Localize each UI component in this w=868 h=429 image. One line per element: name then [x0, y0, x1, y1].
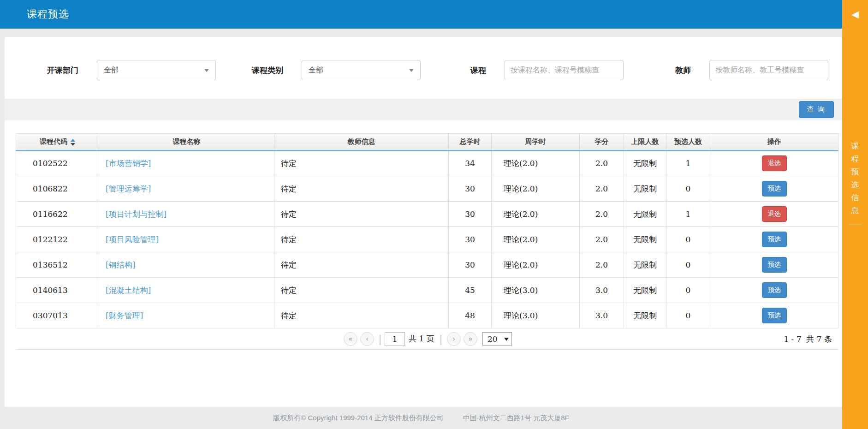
cell-preselected: 0 [666, 227, 710, 252]
column-credits: 学分 [580, 134, 624, 151]
table-header-row: 课程代码 课程名称 教师信息 总学时 周学时 学分 上限人数 预选人数 操作 [16, 134, 838, 151]
course-name-link[interactable]: [项目计划与控制] [106, 209, 166, 219]
cell-preselected: 1 [666, 202, 710, 227]
preselect-button[interactable]: 预选 [762, 257, 787, 273]
withdraw-button[interactable]: 退选 [762, 206, 787, 222]
chevron-down-icon [204, 69, 209, 72]
teacher-search-input[interactable] [709, 60, 828, 80]
pagination-separator: | [440, 333, 442, 346]
cell-total-hours: 45 [449, 278, 492, 303]
prev-page-button[interactable]: ‹ [360, 332, 374, 346]
sort-icon[interactable] [71, 139, 75, 146]
cell-action: 退选 [710, 202, 838, 227]
course-name-link[interactable]: [市场营销学] [106, 159, 151, 168]
cell-limit: 无限制 [624, 227, 666, 252]
cell-total-hours: 30 [449, 227, 492, 252]
category-label: 课程类别 [252, 65, 283, 76]
pagination-separator: | [379, 333, 381, 346]
cell-credits: 2.0 [580, 227, 624, 252]
preselect-button[interactable]: 预选 [762, 282, 787, 298]
cell-credits: 3.0 [580, 278, 624, 303]
cell-preselected: 1 [666, 151, 710, 176]
category-select[interactable]: 全部 [302, 60, 421, 80]
filter-row: 开课部门 全部 课程类别 全部 课程 教师 [5, 37, 842, 80]
page-number-input[interactable] [385, 332, 405, 346]
cell-action: 退选 [710, 151, 838, 176]
column-limit: 上限人数 [624, 134, 666, 151]
cell-course-code: 0136512 [16, 252, 99, 278]
query-button[interactable]: 查 询 [799, 101, 834, 118]
cell-limit: 无限制 [624, 303, 666, 328]
preselect-button[interactable]: 预选 [762, 308, 787, 323]
course-name-link[interactable]: [钢结构] [106, 260, 135, 269]
cell-teacher-info: 待定 [274, 202, 449, 227]
first-page-button[interactable]: « [344, 332, 357, 346]
cell-preselected: 0 [666, 252, 710, 278]
course-label: 课程 [470, 65, 486, 76]
cell-action: 预选 [710, 278, 838, 303]
page-size-value: 20 [488, 334, 498, 344]
collapse-back-icon[interactable]: ◀ [842, 9, 868, 19]
cell-course-name: [混凝土结构] [99, 278, 274, 303]
last-page-button[interactable]: » [464, 332, 477, 346]
cell-credits: 2.0 [580, 202, 624, 227]
cell-teacher-info: 待定 [274, 303, 449, 328]
page-size-select[interactable]: 20 [482, 332, 512, 346]
record-range-label: 1 - 7 共 7 条 [784, 328, 832, 350]
next-page-button[interactable]: › [447, 332, 461, 346]
column-action: 操作 [710, 134, 838, 151]
table-row: 0102522[市场营销学]待定34理论(2.0)2.0无限制1退选 [16, 151, 838, 176]
cell-weekly-hours: 理论(3.0) [492, 303, 580, 328]
course-name-link[interactable]: [项目风险管理] [106, 235, 159, 244]
column-total-hours: 总学时 [449, 134, 492, 151]
cell-weekly-hours: 理论(2.0) [492, 176, 580, 202]
rail-char: 息 [842, 204, 868, 217]
cell-course-code: 0122122 [16, 227, 99, 252]
cell-preselected: 0 [666, 303, 710, 328]
filter-group-category: 课程类别 全部 [252, 60, 421, 80]
column-course-code[interactable]: 课程代码 [16, 134, 99, 151]
cell-action: 预选 [710, 252, 838, 278]
cell-total-hours: 30 [449, 202, 492, 227]
cell-course-code: 0140613 [16, 278, 99, 303]
cell-preselected: 0 [666, 176, 710, 202]
cell-course-code: 0307013 [16, 303, 99, 328]
table-row: 0122122[项目风险管理]待定30理论(2.0)2.0无限制0预选 [16, 227, 838, 252]
department-label: 开课部门 [47, 65, 78, 76]
course-table-body: 0102522[市场营销学]待定34理论(2.0)2.0无限制1退选010682… [16, 151, 838, 328]
cell-total-hours: 30 [449, 252, 492, 278]
cell-weekly-hours: 理论(3.0) [492, 278, 580, 303]
cell-action: 预选 [710, 227, 838, 252]
column-course-code-label: 课程代码 [40, 137, 67, 145]
query-band: 查 询 [5, 99, 842, 120]
pagination-controls: « ‹ | 共 1 页 | › » 20 [342, 332, 512, 346]
course-name-link[interactable]: [财务管理] [106, 311, 143, 320]
rail-char: 选 [842, 179, 868, 191]
department-select[interactable]: 全部 [97, 60, 216, 80]
column-preselected: 预选人数 [666, 134, 710, 151]
cell-course-name: [市场营销学] [99, 151, 274, 176]
course-search-input[interactable] [505, 60, 624, 80]
filter-group-course: 课程 [470, 60, 624, 80]
course-name-link[interactable]: [混凝土结构] [106, 286, 151, 295]
cell-teacher-info: 待定 [274, 151, 449, 176]
cell-teacher-info: 待定 [274, 227, 449, 252]
cell-limit: 无限制 [624, 176, 666, 202]
chevron-down-icon [504, 338, 509, 341]
table-row: 0307013[财务管理]待定48理论(3.0)3.0无限制0预选 [16, 303, 838, 328]
cell-credits: 2.0 [580, 151, 624, 176]
preselect-button[interactable]: 预选 [762, 181, 787, 197]
column-course-name: 课程名称 [99, 134, 274, 151]
cell-limit: 无限制 [624, 202, 666, 227]
withdraw-button[interactable]: 退选 [762, 155, 787, 171]
course-table-wrap: 课程代码 课程名称 教师信息 总学时 周学时 学分 上限人数 预选人数 操作 0… [16, 133, 838, 328]
page-footer: 版权所有© Copyright 1999-2014 正方软件股份有限公司 中国·… [0, 407, 842, 429]
department-select-value: 全部 [104, 66, 119, 75]
category-select-value: 全部 [309, 66, 323, 75]
course-name-link[interactable]: [管理运筹学] [106, 184, 151, 193]
cell-course-name: [钢结构] [99, 252, 274, 278]
content-panel: 开课部门 全部 课程类别 全部 课程 教师 [5, 37, 842, 407]
rail-divider [849, 225, 862, 225]
preselect-button[interactable]: 预选 [762, 232, 787, 247]
cell-course-name: [管理运筹学] [99, 176, 274, 202]
